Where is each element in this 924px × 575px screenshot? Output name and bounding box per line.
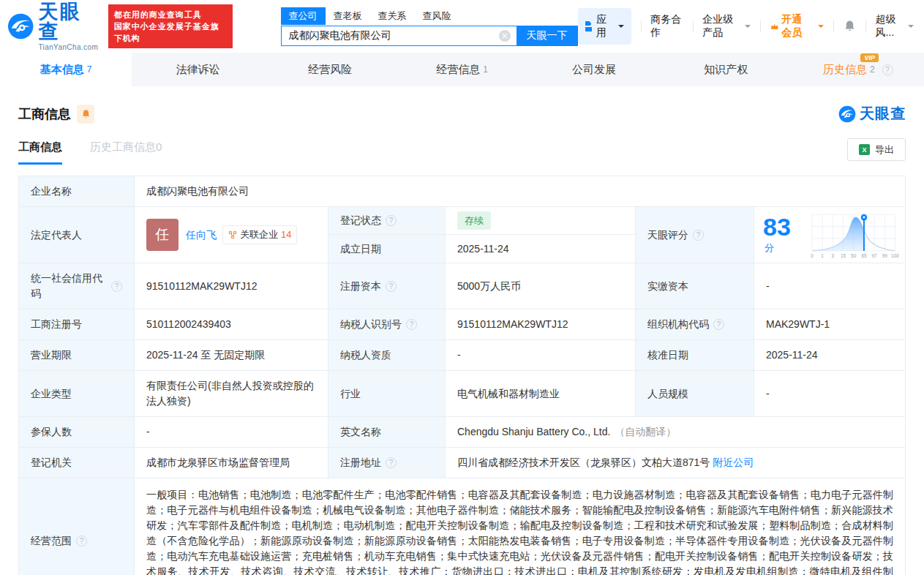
apps-grid-icon <box>585 21 592 31</box>
main-content: 工商信息 天眼查 工商信息 历史工商信息0 X 导出 <box>0 86 924 575</box>
tab-basic-info[interactable]: 基本信息 7 <box>0 53 132 86</box>
nav-open-vip[interactable]: 开通会员 <box>770 13 824 40</box>
svg-text:99: 99 <box>882 253 887 258</box>
tab-operation-risk[interactable]: 经营风险 <box>264 53 396 86</box>
tab-legal-proceedings[interactable]: 法律诉讼 <box>132 53 263 86</box>
approve-date-label: 核准日期 <box>636 340 754 370</box>
search-tab-risk[interactable]: 查风险 <box>415 7 459 25</box>
notifications-bell-icon[interactable] <box>844 20 856 33</box>
help-icon[interactable]: ? <box>693 230 704 241</box>
nearby-companies-link[interactable]: 附近公司 <box>713 455 754 470</box>
establish-date-value: 2025-11-24 <box>446 235 636 263</box>
table-row: 登记机关 成都市龙泉驿区市场监督管理局 注册地址? 四川省成都经济技术开发区（龙… <box>19 448 905 478</box>
svg-text:50: 50 <box>851 253 857 258</box>
nav-apps[interactable]: 应用 <box>578 8 631 45</box>
header: 天眼查 TianYanCha.com 都在用的商业查询工具 国家中小企业发展子基… <box>0 0 924 53</box>
svg-text:85: 85 <box>861 253 867 258</box>
brand-domain: TianYanCha.com <box>38 44 99 51</box>
search-input[interactable] <box>281 26 517 46</box>
tianyancha-watermark-icon <box>838 105 856 123</box>
search-tab-relation[interactable]: 查关系 <box>370 7 415 25</box>
tab-operation-info[interactable]: 经营信息 1 <box>396 53 527 86</box>
help-icon[interactable]: ? <box>713 319 724 330</box>
tab-history-info[interactable]: 历史信息 VIP 2 ? <box>792 53 924 86</box>
auto-translate-note: （自动翻译） <box>615 424 676 440</box>
table-row: 企业类型 有限责任公司(非自然人投资或控股的法人独资) 行业 电气机械和器材制造… <box>19 371 905 417</box>
reg-number-value: 510112002439403 <box>135 309 328 339</box>
tab-intellectual-property[interactable]: 知识产权 <box>660 53 792 86</box>
nav-super-risk[interactable]: 超级风... <box>875 13 914 40</box>
help-icon[interactable]: ? <box>882 64 893 75</box>
clear-search-icon[interactable]: ✕ <box>499 30 511 42</box>
subscribe-bell-icon[interactable] <box>77 105 94 124</box>
svg-text:15: 15 <box>841 253 846 258</box>
score-number[interactable]: 83分 <box>763 214 802 255</box>
uscc-label: 统一社会信用代码? <box>19 263 135 309</box>
search-button[interactable]: 天眼一下 <box>517 26 578 46</box>
company-type-label: 企业类型 <box>19 371 135 416</box>
business-term-label: 营业期限 <box>19 340 135 370</box>
subtab-history-business-info[interactable]: 历史工商信息0 <box>90 140 162 165</box>
status-badge: 存续 <box>457 211 491 230</box>
chevron-down-icon <box>908 25 914 31</box>
divider <box>693 20 694 32</box>
business-info-table: 企业名称 成都闪聚电池有限公司 法定代表人 任 任向飞 关联企业 14 <box>18 176 906 575</box>
org-relation-icon <box>228 230 237 239</box>
score-value: 83分 01315508597 <box>754 207 905 263</box>
reg-address-label: 注册地址? <box>328 448 446 478</box>
company-name-label: 企业名称 <box>19 176 135 206</box>
reg-status-label: 登记状态? <box>328 207 446 234</box>
english-name-value: Chengdu Shanju Battery Co., Ltd. （自动翻译） <box>446 417 905 447</box>
brand-slogan: 都在用的商业查询工具 国家中小企业发展子基金旗下机构 <box>108 4 233 48</box>
related-companies-badge[interactable]: 关联企业 14 <box>222 225 297 244</box>
legal-rep-avatar[interactable]: 任 <box>146 219 179 251</box>
export-button[interactable]: X 导出 <box>847 138 906 161</box>
nav-enterprise-products[interactable]: 企业级产品 <box>702 13 750 40</box>
reg-number-label: 工商注册号 <box>19 309 135 339</box>
search-area: 查公司 查老板 查关系 查风险 ✕ 天眼一下 <box>281 7 578 46</box>
search-tab-company[interactable]: 查公司 <box>281 7 326 25</box>
establish-date-label: 成立日期 <box>328 235 446 263</box>
score-label: 天眼评分? <box>636 207 754 263</box>
table-row: 法定代表人 任 任向飞 关联企业 14 <box>19 207 905 263</box>
industry-value: 电气机械和器材制造业 <box>446 371 636 416</box>
taxpayer-id-value: 91510112MAK29WTJ12 <box>446 309 636 339</box>
legal-rep-name-link[interactable]: 任向飞 <box>186 228 217 243</box>
approve-date-value: 2025-11-24 <box>754 340 905 370</box>
chevron-down-icon <box>618 25 624 31</box>
tianyancha-logo[interactable]: 天眼查 TianYanCha.com <box>7 2 99 51</box>
legal-rep-value: 任 任向飞 关联企业 14 <box>135 207 328 263</box>
help-icon[interactable]: ? <box>76 535 87 546</box>
vip-badge: VIP <box>860 53 879 62</box>
insured-count-value: - <box>135 417 328 447</box>
subtab-business-info[interactable]: 工商信息 <box>18 140 62 165</box>
chevron-down-icon <box>818 25 824 31</box>
taxpayer-quality-label: 纳税人资质 <box>328 340 446 370</box>
table-row: 经营范围? 一般项目：电池销售；电池制造；电池零配件生产；电池零配件销售；电容器… <box>19 478 905 575</box>
english-name-label: 英文名称 <box>328 417 446 447</box>
help-icon[interactable]: ? <box>386 281 397 292</box>
help-icon[interactable]: ? <box>111 281 122 292</box>
help-icon[interactable]: ? <box>406 319 417 330</box>
svg-text:3: 3 <box>831 253 834 258</box>
search-tabs: 查公司 查老板 查关系 查风险 <box>281 7 578 25</box>
reg-authority-label: 登记机关 <box>19 448 135 478</box>
help-icon[interactable]: ? <box>386 457 397 468</box>
tab-company-development[interactable]: 公司发展 <box>528 53 660 86</box>
divider <box>760 20 761 32</box>
reg-address-value: 四川省成都经济技术开发区（龙泉驿区）文柏大道871号 附近公司 <box>446 448 905 478</box>
nav-business-cooperation[interactable]: 商务合作 <box>650 13 683 40</box>
table-row: 营业期限 2025-11-24 至 无固定期限 纳税人资质 - 核准日期 202… <box>19 340 905 371</box>
svg-text:97: 97 <box>871 253 877 258</box>
org-code-label: 组织机构代码? <box>636 309 754 339</box>
legal-rep-label: 法定代表人 <box>19 207 135 263</box>
svg-text:0: 0 <box>811 253 814 258</box>
business-scope-label: 经营范围? <box>19 478 135 575</box>
company-name-value: 成都闪聚电池有限公司 <box>135 176 905 206</box>
divider <box>865 20 866 32</box>
main-tabbar: 基本信息 7 法律诉讼 经营风险 经营信息 1 公司发展 知识产权 历史信息 V… <box>0 53 924 86</box>
help-icon[interactable]: ? <box>386 215 397 226</box>
divider <box>641 20 642 32</box>
search-tab-boss[interactable]: 查老板 <box>326 7 370 25</box>
reg-capital-label: 注册资本? <box>328 263 446 309</box>
